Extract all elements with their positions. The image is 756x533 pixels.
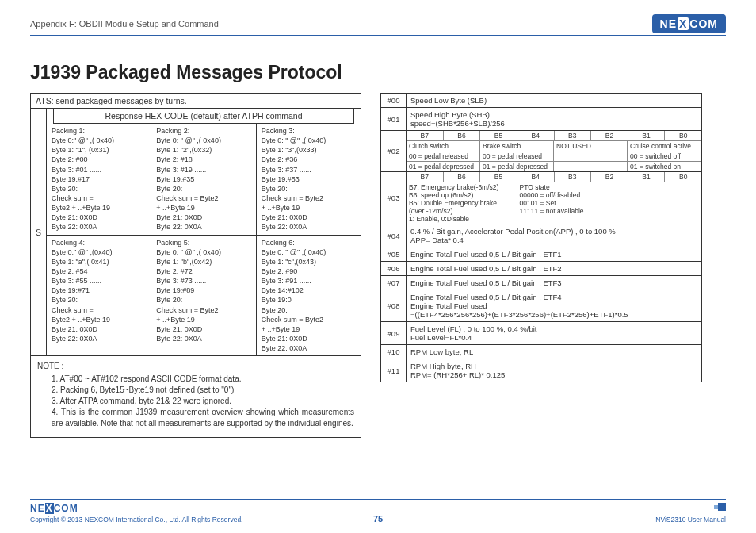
page-title: J1939 Packaged Messages Protocol (30, 62, 726, 83)
note-item: 4. This is the common J1939 measurement … (52, 407, 354, 429)
packing-cell: Packing 4: Byte 0:" @" ,(0x40) Byte 1: "… (47, 236, 151, 356)
note-item: 1. AT#00 ~ AT#102 respond ASCII CODE for… (52, 374, 354, 385)
packing-cell: Packing 6: Byte 0: " @" ,( 0x40) Byte 1:… (257, 236, 361, 356)
notes-heading: NOTE : (37, 361, 354, 372)
idx-00: #00 (381, 94, 407, 108)
manual-name: NViS2310 User Manual (655, 516, 726, 523)
idx-03: #03 (381, 172, 407, 224)
ats-table: ATS: send packaged messages by turns. S … (30, 93, 361, 356)
notes-section: NOTE : 1. AT#00 ~ AT#102 respond ASCII C… (30, 356, 361, 438)
logo: NEXCOM (652, 14, 726, 33)
ats-header: ATS: send packaged messages by turns. (31, 94, 361, 109)
def-00: Speed Low Byte (SLB) (407, 94, 702, 108)
hex-header: Response HEX CODE (default) after ATPH c… (53, 109, 354, 124)
def-06: Engine Total Fuel used 0,5 L / Bit gain … (407, 262, 702, 276)
appendix-label: Appendix F: OBDII Module Setup and Comma… (30, 19, 219, 29)
footer: NEXCOM Copyright © 2013 NEXCOM Internati… (30, 499, 726, 523)
note-item: 2. Packing 6, Byte15~Byte19 not defined … (52, 385, 354, 396)
idx-05: #05 (381, 247, 407, 262)
idx-11: #11 (381, 359, 407, 382)
idx-04: #04 (381, 224, 407, 247)
packing-cell: Packing 5: Byte 0: " @" ,( 0x40) Byte 1:… (151, 236, 256, 356)
def-02: B7B6B5B4B3B2B1B0 Clutch switchBrake swit… (407, 131, 702, 172)
note-item: 3. After ATPA command, byte 21& 22 were … (52, 396, 354, 407)
def-01: Speed High Byte (SHB) speed=(SHB*256+SLB… (407, 108, 702, 131)
idx-02: #02 (381, 131, 407, 172)
header-bar: Appendix F: OBDII Module Setup and Comma… (30, 14, 726, 36)
content-columns: ATS: send packaged messages by turns. S … (30, 93, 726, 438)
packing-cell: Packing 1: Byte 0:" @" ,( 0x40) Byte 1: … (47, 124, 151, 235)
idx-10: #10 (381, 345, 407, 359)
def-09: Fuel Level (FL) , 0 to 100 %, 0.4 %/bit … (407, 322, 702, 345)
s-label: S (31, 109, 47, 355)
def-03: B7B6B5B4B3B2B1B0 B7: Emergency brake(-6m… (407, 172, 702, 224)
idx-01: #01 (381, 108, 407, 131)
idx-09: #09 (381, 322, 407, 345)
def-04: 0.4 % / Bit gain, Accelerator Pedal Posi… (407, 224, 702, 247)
packing-cell: Packing 2: Byte 0: " @" ,( 0x40) Byte 1:… (151, 124, 256, 235)
def-11: RPM High byte, RH RPM= (RH*256+ RL)* 0.1… (407, 359, 702, 382)
left-column: ATS: send packaged messages by turns. S … (30, 93, 361, 438)
def-07: Engine Total Fuel used 0,5 L / Bit gain … (407, 276, 702, 290)
right-column: #00Speed Low Byte (SLB) #01Speed High By… (380, 93, 702, 438)
packing-cell: Packing 3: Byte 0: " @" ,( 0x40) Byte 1:… (257, 124, 361, 235)
definitions-table: #00Speed Low Byte (SLB) #01Speed High By… (380, 93, 702, 382)
def-08: Engine Total Fuel used 0,5 L / Bit gain … (407, 290, 702, 322)
idx-06: #06 (381, 262, 407, 276)
idx-07: #07 (381, 276, 407, 290)
def-05: Engine Total Fuel used 0,5 L / Bit gain … (407, 247, 702, 262)
idx-08: #08 (381, 290, 407, 322)
page-number: 75 (373, 514, 383, 523)
footer-logo: NEXCOM (30, 503, 242, 514)
def-10: RPM Low byte, RL (407, 345, 702, 359)
copyright: Copyright © 2013 NEXCOM International Co… (30, 516, 242, 523)
